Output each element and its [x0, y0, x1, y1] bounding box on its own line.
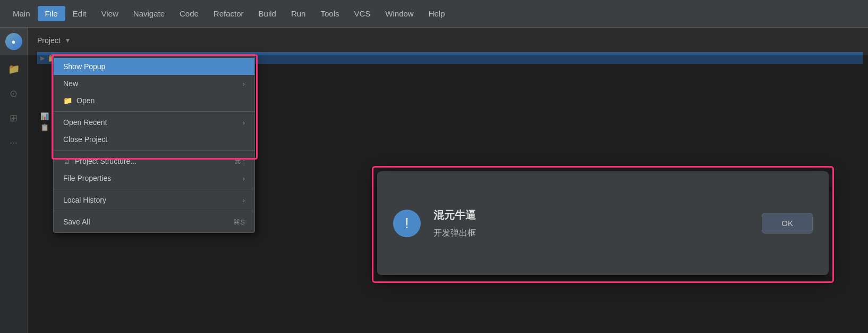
menu-item-project-structure[interactable]: 🖥 Project Structure... ⌘ ; — [54, 153, 254, 170]
menubar-item-refactor[interactable]: Refactor — [206, 6, 251, 21]
dialog-warning-icon: ! — [393, 210, 421, 237]
open-recent-label: Open Recent — [63, 118, 107, 127]
menubar-item-navigate[interactable]: Navigate — [126, 6, 172, 21]
menu-item-file-properties[interactable]: File Properties › — [54, 170, 254, 187]
menubar-item-help[interactable]: Help — [421, 6, 453, 21]
menu-item-open-recent[interactable]: Open Recent › — [54, 114, 254, 131]
new-label: New — [63, 79, 78, 88]
avatar: ● — [5, 33, 22, 50]
menubar-item-main[interactable]: Main — [5, 6, 38, 21]
separator-2 — [54, 150, 254, 151]
dialog-message: 开发弹出框 — [433, 228, 749, 239]
separator-1 — [54, 111, 254, 112]
save-all-shortcut: ⌘S — [233, 218, 245, 226]
menubar: Main File Edit View Navigate Code Refact… — [0, 0, 868, 28]
menubar-item-run[interactable]: Run — [284, 6, 313, 21]
separator-3 — [54, 189, 254, 189]
save-all-label: Save All — [63, 218, 90, 226]
menu-item-local-history[interactable]: Local History › — [54, 192, 254, 209]
new-arrow-icon: › — [243, 80, 245, 88]
dialog-content: 混元牛逼 开发弹出框 — [433, 208, 749, 239]
menubar-item-edit[interactable]: Edit — [65, 6, 94, 21]
menu-item-close-project[interactable]: Close Project — [54, 131, 254, 148]
menu-item-new[interactable]: New › — [54, 75, 254, 92]
menu-item-show-popup[interactable]: Show Popup — [54, 58, 254, 75]
open-label: Open — [76, 96, 95, 105]
project-title: Project — [37, 36, 61, 45]
menubar-item-file[interactable]: File — [38, 6, 65, 21]
local-history-label: Local History — [63, 196, 106, 204]
menubar-item-view[interactable]: View — [94, 6, 126, 21]
menubar-item-window[interactable]: Window — [378, 6, 421, 21]
main-area: ● 📁 ⊙ ⊞ ··· loading Project ▼ ▶ 📁 loadin… — [0, 28, 868, 333]
project-structure-icon: 🖥 — [63, 157, 71, 165]
open-folder-icon: 📁 — [63, 96, 72, 105]
dialog-title: 混元牛逼 — [433, 208, 749, 222]
dialog: ! 混元牛逼 开发弹出框 OK — [377, 171, 829, 275]
menu-item-save-all[interactable]: Save All ⌘S — [54, 213, 254, 230]
file-properties-label: File Properties — [63, 174, 111, 182]
project-structure-label: Project Structure... — [75, 157, 137, 165]
menubar-item-vcs[interactable]: VCS — [346, 6, 378, 21]
menubar-item-tools[interactable]: Tools — [313, 6, 346, 21]
local-history-arrow-icon: › — [243, 196, 245, 204]
menu-item-open[interactable]: 📁 Open — [54, 92, 254, 109]
close-project-label: Close Project — [63, 135, 107, 144]
chevron-down-icon: ▼ — [65, 37, 71, 44]
project-header[interactable]: Project ▼ — [33, 33, 863, 48]
menubar-item-build[interactable]: Build — [251, 6, 284, 21]
dialog-ok-button[interactable]: OK — [762, 213, 813, 234]
file-menu: Show Popup New › 📁 Open Open Recent › — [53, 55, 255, 233]
file-properties-arrow-icon: › — [243, 174, 245, 182]
separator-4 — [54, 211, 254, 211]
show-popup-label: Show Popup — [63, 62, 105, 71]
open-recent-arrow-icon: › — [243, 119, 245, 127]
menubar-item-code[interactable]: Code — [172, 6, 206, 21]
project-structure-shortcut: ⌘ ; — [234, 157, 245, 165]
